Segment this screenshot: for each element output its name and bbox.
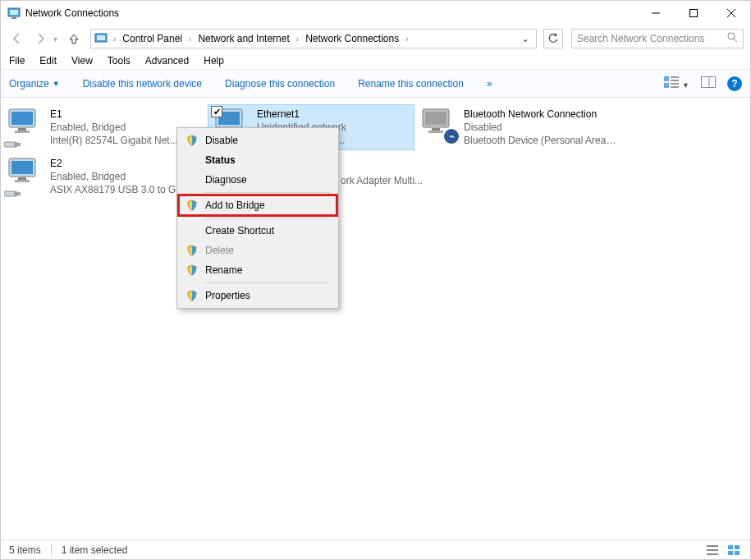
bluetooth-icon: ⌁ xyxy=(444,129,459,144)
svg-rect-36 xyxy=(11,161,33,174)
context-menu-item[interactable]: Diagnose xyxy=(179,170,337,190)
svg-rect-21 xyxy=(18,128,26,131)
menubar: File Edit View Tools Advanced Help xyxy=(1,52,750,70)
menu-separator xyxy=(205,192,330,193)
svg-rect-37 xyxy=(18,177,26,180)
svg-rect-15 xyxy=(671,83,679,85)
menu-view[interactable]: View xyxy=(71,55,93,67)
chevron-right-icon[interactable]: › xyxy=(186,34,194,44)
connection-device: ASIX AX88179 USB 3.0 to Gi... xyxy=(50,183,186,196)
connection-status: Enabled, Bridged xyxy=(50,170,186,183)
svg-rect-1 xyxy=(10,10,18,15)
svg-rect-11 xyxy=(664,76,669,81)
details-view-button[interactable] xyxy=(704,543,721,558)
minimize-button[interactable] xyxy=(637,1,675,25)
svg-rect-12 xyxy=(671,76,679,78)
network-adapter-icon: ⌁ xyxy=(419,108,459,142)
address-dropdown-icon[interactable]: ⌄ xyxy=(518,33,533,44)
context-menu-label: Create Shortcut xyxy=(200,225,274,236)
forward-button[interactable] xyxy=(30,29,50,48)
context-menu-item[interactable]: Status xyxy=(179,150,337,170)
rename-button[interactable]: Rename this connection xyxy=(358,78,464,90)
breadcrumb-item[interactable]: Network Connections xyxy=(303,33,401,44)
app-icon xyxy=(7,7,21,20)
menu-file[interactable]: File xyxy=(9,55,25,67)
connection-name: Bluetooth Network Connection xyxy=(464,108,616,121)
svg-rect-41 xyxy=(707,545,718,547)
svg-rect-40 xyxy=(14,192,21,195)
svg-rect-16 xyxy=(671,86,679,88)
window-title: Network Connections xyxy=(25,7,637,19)
svg-rect-38 xyxy=(15,180,30,182)
svg-rect-45 xyxy=(735,545,740,549)
icons-view-button[interactable] xyxy=(726,543,742,558)
context-menu-item[interactable]: Create Shortcut xyxy=(179,221,337,241)
context-menu-item[interactable]: Properties xyxy=(179,286,337,305)
organize-button[interactable]: Organize ▼ xyxy=(9,78,60,90)
status-count: 5 items xyxy=(9,544,41,556)
breadcrumb[interactable]: › Control Panel › Network and Internet ›… xyxy=(90,29,537,48)
svg-rect-22 xyxy=(15,131,30,133)
maximize-button[interactable] xyxy=(675,1,712,25)
svg-rect-32 xyxy=(425,112,446,125)
back-button[interactable] xyxy=(7,29,27,48)
context-menu-item[interactable]: Add to Bridge xyxy=(179,195,337,215)
cable-icon xyxy=(4,186,22,195)
breadcrumb-item[interactable]: Control Panel xyxy=(120,33,185,44)
network-adapter-icon xyxy=(6,108,45,142)
menu-tools[interactable]: Tools xyxy=(108,55,131,67)
svg-rect-46 xyxy=(728,551,733,555)
up-button[interactable] xyxy=(64,29,84,48)
chevron-right-icon[interactable]: › xyxy=(403,34,410,44)
context-menu-item[interactable]: Disable xyxy=(179,131,337,150)
svg-rect-34 xyxy=(428,131,443,133)
connection-device-overflow: ork Adapter Multi... xyxy=(341,175,423,186)
svg-rect-14 xyxy=(664,83,669,88)
connection-status: Disabled xyxy=(464,121,616,134)
search-placeholder: Search Network Connections xyxy=(577,33,704,44)
svg-point-9 xyxy=(728,33,735,39)
menu-separator xyxy=(205,218,330,218)
menu-help[interactable]: Help xyxy=(204,55,224,67)
diagnose-button[interactable]: Diagnose this connection xyxy=(225,78,335,90)
search-input[interactable]: Search Network Connections xyxy=(571,29,744,48)
context-menu-label: Rename xyxy=(200,264,242,276)
svg-rect-33 xyxy=(432,128,440,131)
close-button[interactable] xyxy=(712,1,750,25)
help-button[interactable]: ? xyxy=(727,76,742,91)
statusbar: 5 items 1 item selected xyxy=(1,539,750,559)
shield-icon xyxy=(184,245,200,256)
menu-edit[interactable]: Edit xyxy=(39,55,57,67)
disable-device-button[interactable]: Disable this network device xyxy=(83,78,202,90)
context-menu-label: Diagnose xyxy=(200,174,247,186)
svg-rect-43 xyxy=(707,553,718,555)
context-menu-label: Status xyxy=(200,154,236,166)
context-menu-label: Disable xyxy=(200,135,238,146)
status-selected: 1 item selected xyxy=(62,544,128,556)
preview-pane-button[interactable] xyxy=(701,76,716,90)
refresh-button[interactable] xyxy=(543,29,563,48)
chevron-right-icon[interactable]: › xyxy=(294,34,301,44)
breadcrumb-item[interactable]: Network and Internet xyxy=(195,33,291,44)
context-menu-label: Add to Bridge xyxy=(200,200,265,211)
shield-icon xyxy=(184,200,200,211)
svg-line-10 xyxy=(734,39,737,42)
context-menu-item[interactable]: Rename xyxy=(179,260,337,280)
menu-advanced[interactable]: Advanced xyxy=(145,55,189,67)
svg-rect-2 xyxy=(11,17,16,19)
context-menu-item: Delete xyxy=(179,241,337,260)
more-commands-button[interactable]: » xyxy=(487,78,492,90)
svg-rect-17 xyxy=(702,77,716,88)
content-area[interactable]: E1 Enabled, Bridged Intel(R) 82574L Giga… xyxy=(1,98,750,539)
cable-icon xyxy=(4,137,22,145)
shield-icon xyxy=(184,135,200,146)
recent-dropdown-icon[interactable]: ▾ xyxy=(53,34,57,44)
view-options-button[interactable]: ▼ xyxy=(664,76,689,90)
svg-rect-24 xyxy=(14,143,21,146)
shield-icon xyxy=(184,264,200,276)
shield-icon xyxy=(184,290,200,301)
chevron-right-icon[interactable]: › xyxy=(111,34,118,44)
connection-item[interactable]: ⌁ Bluetooth Network Connection Disabled … xyxy=(414,104,621,150)
connection-status: Enabled, Bridged xyxy=(50,121,178,134)
connection-name: E1 xyxy=(50,108,178,121)
